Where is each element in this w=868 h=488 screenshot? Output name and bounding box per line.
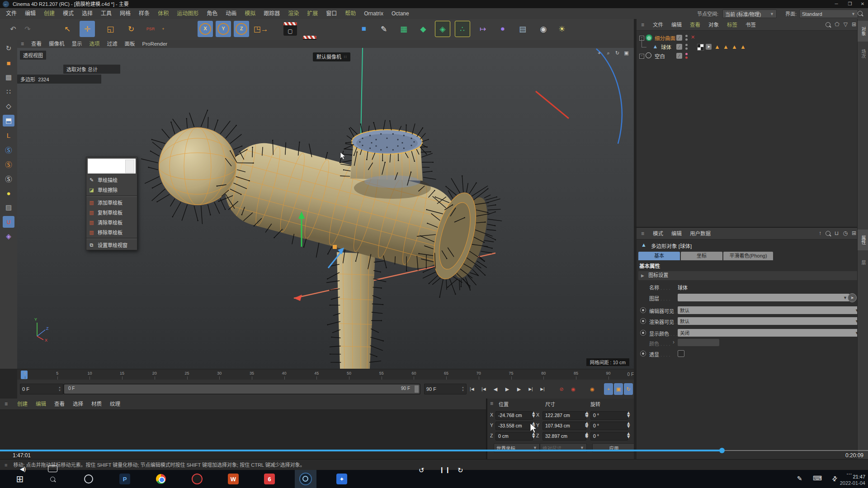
burger-icon[interactable]: ≡: [5, 401, 13, 407]
menu-工具[interactable]: 工具: [97, 8, 116, 19]
preview-range-slider[interactable]: 0 F 90 F: [63, 384, 420, 394]
office-w-icon[interactable]: W: [226, 472, 241, 486]
current-frame-field[interactable]: 0 F▲▼: [20, 384, 63, 394]
menu-选择[interactable]: 选择: [78, 8, 97, 19]
attribute-select-显示颜色[interactable]: 关闭▼: [678, 329, 861, 337]
side-tab-对象[interactable]: 对象: [858, 21, 868, 42]
radio-icon[interactable]: [640, 330, 646, 336]
visibility-dot[interactable]: [685, 56, 688, 59]
previous-frame-button[interactable]: ◀: [490, 383, 501, 395]
menu-动画[interactable]: 动画: [222, 8, 241, 19]
massage-gun-model[interactable]: [159, 127, 494, 369]
keyframe-selection-button[interactable]: ◉: [587, 383, 598, 395]
menu-运动图形[interactable]: 运动图形: [173, 8, 203, 19]
keyboard-tray-icon[interactable]: ⌨: [813, 474, 822, 482]
attribute-menu-用户数据[interactable]: 用户数据: [686, 228, 715, 239]
visibility-dot[interactable]: [685, 35, 688, 37]
coordinate-system-icon[interactable]: ◳→: [253, 21, 269, 37]
search-icon[interactable]: [826, 22, 830, 27]
context-item-复制草绘板[interactable]: ▥复制草绘板: [86, 207, 137, 217]
constraint-button[interactable]: ↦: [475, 21, 491, 37]
coordinate-field-Z-0[interactable]: 0 cm: [495, 432, 533, 441]
menu-创建[interactable]: 创建: [40, 8, 59, 19]
context-item-草绘擦除[interactable]: ◪草绘擦除: [86, 185, 137, 195]
delete-tag-icon[interactable]: ✕: [691, 34, 695, 40]
object-menu-标签[interactable]: 标签: [723, 19, 741, 30]
viewport-menu-选项[interactable]: 选项: [86, 40, 104, 48]
record-active-objects-button[interactable]: ⊘: [556, 383, 567, 395]
menu-Ornatrix[interactable]: Ornatrix: [360, 8, 387, 19]
context-item-清除草绘板[interactable]: ▥清除草绘板: [86, 217, 137, 227]
model-mode-icon[interactable]: ■: [3, 57, 14, 69]
tab-基本[interactable]: 基本: [638, 252, 680, 260]
context-item-草绘描绘[interactable]: ✎草绘描绘: [86, 175, 137, 185]
tab-坐标[interactable]: 坐标: [681, 252, 722, 260]
render-view-button[interactable]: ▢: [283, 22, 297, 36]
path-icon[interactable]: ⬠: [835, 21, 839, 28]
menu-模拟[interactable]: 模拟: [241, 8, 259, 19]
range-grip[interactable]: [415, 385, 419, 393]
visibility-dot[interactable]: [685, 47, 688, 50]
attribute-select-图层[interactable]: ▼: [678, 294, 849, 301]
make-editable-icon[interactable]: ↻: [3, 42, 14, 54]
texture-tag-icon[interactable]: [697, 44, 704, 51]
danmaku-icon[interactable]: [48, 465, 57, 472]
viewport-solo-hierarchy-icon[interactable]: Ⓢ: [3, 173, 14, 184]
menu-体积[interactable]: 体积: [154, 8, 173, 19]
viewport-menu-查看[interactable]: 查看: [28, 40, 45, 48]
move-tool[interactable]: ✛: [80, 21, 95, 37]
coordinate-field-P-2[interactable]: 0 °: [590, 422, 628, 430]
volume-button[interactable]: ∴: [455, 21, 470, 37]
viewport-menu-面板[interactable]: 面板: [121, 40, 139, 48]
restore-button[interactable]: ❐: [844, 0, 856, 8]
stepper-icon[interactable]: ▲▼: [626, 422, 631, 428]
cinema4d-icon[interactable]: [298, 472, 313, 486]
rotate-view-icon[interactable]: ↻: [613, 50, 621, 56]
object-menu-编辑[interactable]: 编辑: [667, 19, 686, 30]
start-button[interactable]: ⊞: [13, 472, 27, 486]
icon-settings-group[interactable]: ▶ 图标设置: [638, 271, 858, 280]
object-row-球体[interactable]: ▲球体∕➤▲▲▲▲: [637, 42, 860, 52]
timeline-ruler[interactable]: 051015202530354045505560657075808590: [17, 370, 615, 380]
generator-button[interactable]: ◈: [435, 21, 450, 37]
taskbar-search-icon[interactable]: [45, 472, 60, 486]
context-item-添加草绘板[interactable]: ▥添加草绘板: [86, 197, 137, 207]
polygon-selection-tag-icon[interactable]: ▲: [740, 44, 746, 50]
add-icon[interactable]: ⊞: [852, 21, 856, 28]
enable-toggle-icon[interactable]: ∕: [676, 53, 682, 59]
deformer-button[interactable]: ◆: [415, 21, 431, 37]
pan-view-icon[interactable]: +: [595, 50, 603, 56]
coordinate-field-Y-0[interactable]: -33.558 cm: [495, 422, 533, 430]
photoshop-icon[interactable]: P: [118, 472, 132, 486]
play-button[interactable]: ▶: [502, 383, 513, 395]
recorder-icon[interactable]: [190, 472, 204, 486]
live-selection-tool[interactable]: ↖: [60, 21, 75, 37]
stepper-icon[interactable]: ▲▼: [626, 411, 631, 418]
next-frame-button[interactable]: ▶: [514, 383, 524, 395]
lock-x-axis[interactable]: X: [198, 21, 213, 37]
object-menu-对象[interactable]: 对象: [704, 19, 723, 30]
camera-selector-button[interactable]: 默认摄像机∷: [313, 52, 350, 61]
attribute-menu-模式[interactable]: 模式: [649, 228, 667, 239]
close-button[interactable]: ✕: [857, 0, 868, 8]
zoom-view-icon[interactable]: ⌕: [604, 50, 612, 56]
material-menu-材质[interactable]: 材质: [87, 399, 106, 409]
object-name[interactable]: 细分曲面: [655, 34, 675, 42]
pen-tray-icon[interactable]: ✎: [797, 475, 802, 482]
paint-tool-icon[interactable]: ●: [3, 187, 14, 199]
back-icon[interactable]: ←: [3, 1, 9, 7]
menu-文件[interactable]: 文件: [2, 8, 21, 19]
object-menu-书签[interactable]: 书签: [741, 19, 760, 30]
toggle-view-icon[interactable]: ▣: [623, 50, 630, 56]
history-icon[interactable]: ◷: [843, 230, 847, 236]
material-menu-选择[interactable]: 选择: [69, 399, 87, 409]
menu-Octane[interactable]: Octane: [387, 8, 413, 19]
edges-mode-icon[interactable]: ◇: [3, 100, 14, 112]
polygons-mode-icon[interactable]: ⬒: [3, 115, 14, 127]
visibility-dot[interactable]: [685, 38, 688, 41]
menu-网格[interactable]: 网格: [116, 8, 135, 19]
filter-icon[interactable]: ▽: [844, 21, 848, 28]
taskbar-clock[interactable]: 21:472022-01-04: [832, 474, 865, 486]
stepper-icon[interactable]: ▲▼: [462, 386, 464, 392]
texture-mode-icon[interactable]: ▩: [3, 71, 14, 83]
